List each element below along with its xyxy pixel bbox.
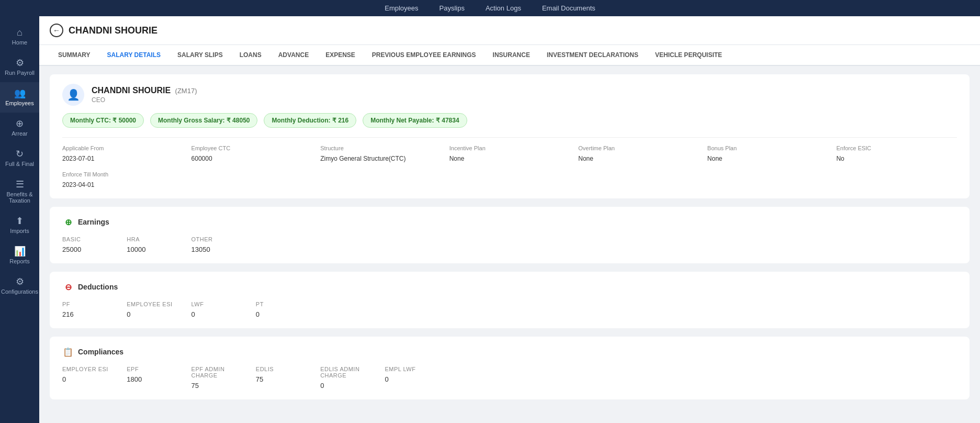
reports-icon: 📊 bbox=[14, 247, 26, 256]
tab-investment-declarations[interactable]: INVESTMENT DECLARATIONS bbox=[538, 45, 647, 66]
avatar-icon: 👤 bbox=[67, 88, 80, 101]
home-icon: ⌂ bbox=[17, 28, 22, 37]
detail-structure: Structure Zimyo General Structure(CTC) bbox=[320, 145, 441, 163]
employee-name: CHANDNI SHOURIE bbox=[92, 86, 171, 95]
top-navigation: Employees Payslips Action Logs Email Doc… bbox=[0, 0, 980, 16]
detail-value: 600000 bbox=[192, 155, 212, 162]
detail-label: Structure bbox=[320, 145, 441, 151]
compliance-label: EPF ADMIN CHARGE bbox=[192, 366, 247, 379]
badge-label: Monthly Deduction: bbox=[272, 117, 330, 124]
detail-label: Bonus Plan bbox=[707, 145, 828, 151]
detail-value: 2023-04-01 bbox=[62, 181, 94, 188]
employee-details-grid: Applicable From 2023-07-01 Employee CTC … bbox=[62, 137, 957, 189]
top-nav-employees[interactable]: Employees bbox=[385, 4, 418, 12]
deduction-label: Employee ESI bbox=[127, 301, 183, 307]
back-icon: ← bbox=[53, 26, 60, 35]
sidebar-item-imports[interactable]: ⬆ Imports bbox=[0, 210, 39, 240]
compliance-label: EPF bbox=[127, 366, 183, 372]
detail-employee-ctc: Employee CTC 600000 bbox=[192, 145, 312, 163]
tab-summary[interactable]: SUMMARY bbox=[50, 45, 99, 66]
detail-label: Employee CTC bbox=[192, 145, 312, 151]
compliance-value: 75 bbox=[192, 382, 199, 389]
deduction-value: 216 bbox=[62, 310, 74, 318]
earnings-header: ⊕ Earnings bbox=[62, 216, 957, 228]
tab-vehicle-perquisite[interactable]: VEHICLE PERQUISITE bbox=[647, 45, 730, 66]
compliance-label: Empl Lwf bbox=[385, 366, 441, 372]
badge-label: Monthly Gross Salary: bbox=[158, 117, 224, 124]
detail-enforce-till-month: Enforce Till Month 2023-04-01 bbox=[62, 171, 183, 189]
badge-currency: ₹ bbox=[332, 117, 336, 124]
earnings-title: Earnings bbox=[78, 218, 109, 226]
sidebar-item-reports[interactable]: 📊 Reports bbox=[0, 240, 39, 271]
deductions-card: ⊖ Deductions PF 216 Employee ESI 0 LWF 0 bbox=[50, 272, 970, 328]
monthly-gross-badge: Monthly Gross Salary: ₹ 48050 bbox=[150, 113, 257, 128]
sidebar-item-label: Run Payroll bbox=[5, 70, 35, 76]
salary-badges: Monthly CTC: ₹ 50000 Monthly Gross Salar… bbox=[62, 113, 957, 128]
tab-salary-details[interactable]: SALARY DETAILS bbox=[99, 45, 169, 66]
deduction-label: LWF bbox=[192, 301, 247, 307]
earnings-card: ⊕ Earnings BASIC 25000 HRA 10000 Other 1… bbox=[50, 207, 970, 263]
top-nav-action-logs[interactable]: Action Logs bbox=[486, 4, 521, 12]
tab-insurance[interactable]: INSURANCE bbox=[485, 45, 538, 66]
earning-basic: BASIC 25000 bbox=[62, 236, 118, 254]
sidebar-item-arrear[interactable]: ⊕ Arrear bbox=[0, 113, 39, 143]
deduction-lwf: LWF 0 bbox=[192, 301, 247, 319]
badge-value: 216 bbox=[338, 117, 348, 124]
earning-value: 13050 bbox=[192, 246, 210, 253]
deductions-icon: ⊖ bbox=[62, 281, 74, 293]
compliance-label: EDLIS ADMIN CHARGE bbox=[320, 366, 376, 379]
sidebar-item-run-payroll[interactable]: ⚙ Run Payroll bbox=[0, 52, 39, 82]
compliance-value: 1800 bbox=[127, 375, 142, 383]
badge-label: Monthly CTC: bbox=[70, 117, 111, 124]
sidebar-item-home[interactable]: ⌂ Home bbox=[0, 21, 39, 52]
compliance-edlis: EDLIS 75 bbox=[256, 366, 312, 390]
back-button[interactable]: ← bbox=[50, 24, 63, 37]
deduction-value: 0 bbox=[192, 310, 195, 318]
detail-value: Zimyo General Structure(CTC) bbox=[320, 155, 405, 162]
detail-enforce-esic: Enforce ESIC No bbox=[836, 145, 957, 163]
sidebar-item-label: Imports bbox=[10, 228, 29, 234]
sidebar-item-label: Employees bbox=[5, 100, 33, 106]
compliance-edlis-admin: EDLIS ADMIN CHARGE 0 bbox=[320, 366, 376, 390]
compliance-value: 75 bbox=[256, 375, 263, 383]
detail-label: Enforce ESIC bbox=[836, 145, 957, 151]
sidebar-item-benefits-taxation[interactable]: ☰ Benefits & Taxation bbox=[0, 173, 39, 210]
imports-icon: ⬆ bbox=[16, 216, 24, 226]
sidebar-item-employees[interactable]: 👥 Employees bbox=[0, 82, 39, 113]
earnings-icon: ⊕ bbox=[62, 216, 74, 228]
tab-previous-employee-earnings[interactable]: PREVIOUS EMPLOYEE EARNINGS bbox=[364, 45, 485, 66]
sidebar-item-full-final[interactable]: ↻ Full & Final bbox=[0, 143, 39, 173]
compliance-value: 0 bbox=[385, 375, 388, 383]
main-content: 👤 CHANDNI SHOURIE (ZM17) CEO Monthly CTC… bbox=[39, 66, 980, 408]
detail-value: No bbox=[836, 155, 844, 162]
employee-id: (ZM17) bbox=[175, 87, 197, 95]
compliance-label: EDLIS bbox=[256, 366, 312, 372]
deduction-pt: PT 0 bbox=[256, 301, 312, 319]
sidebar-item-configurations[interactable]: ⚙ Configurations bbox=[0, 271, 39, 301]
full-final-icon: ↻ bbox=[16, 149, 24, 159]
sidebar-item-label: Arrear bbox=[12, 130, 28, 137]
page-header: ← CHANDNI SHOURIE bbox=[39, 16, 980, 45]
compliances-header: 📋 Compliances bbox=[62, 346, 957, 358]
sidebar: ⌂ Home ⚙ Run Payroll 👥 Employees ⊕ Arrea… bbox=[0, 16, 39, 423]
detail-label: Incentive Plan bbox=[449, 145, 570, 151]
deduction-pf: PF 216 bbox=[62, 301, 118, 319]
deductions-grid: PF 216 Employee ESI 0 LWF 0 PT 0 bbox=[62, 301, 957, 319]
detail-overtime-plan: Overtime Plan None bbox=[578, 145, 699, 163]
sidebar-item-label: Reports bbox=[9, 258, 30, 264]
monthly-deduction-badge: Monthly Deduction: ₹ 216 bbox=[264, 113, 356, 128]
tab-expense[interactable]: EXPENSE bbox=[317, 45, 364, 66]
top-nav-email-documents[interactable]: Email Documents bbox=[542, 4, 595, 12]
compliance-epf-admin: EPF ADMIN CHARGE 75 bbox=[192, 366, 247, 390]
tab-salary-slips[interactable]: SALARY SLIPS bbox=[169, 45, 231, 66]
tab-loans[interactable]: LOANS bbox=[231, 45, 270, 66]
monthly-ctc-badge: Monthly CTC: ₹ 50000 bbox=[62, 113, 144, 128]
compliances-card: 📋 Compliances Employer ESI 0 EPF 1800 EP… bbox=[50, 337, 970, 399]
badge-label: Monthly Net Payable: bbox=[370, 117, 434, 124]
detail-value: 2023-07-01 bbox=[62, 155, 94, 162]
detail-label: Applicable From bbox=[62, 145, 183, 151]
earning-label: Other bbox=[192, 236, 247, 242]
earning-label: BASIC bbox=[62, 236, 118, 242]
tab-advance[interactable]: ADVANCE bbox=[270, 45, 317, 66]
top-nav-payslips[interactable]: Payslips bbox=[440, 4, 465, 12]
